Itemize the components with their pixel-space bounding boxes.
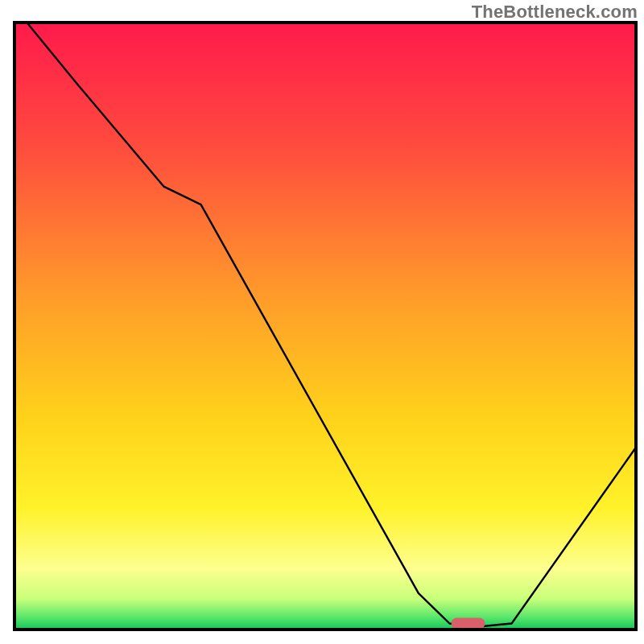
optimal-marker xyxy=(452,617,485,629)
bottleneck-chart xyxy=(0,0,644,644)
gradient-background xyxy=(14,23,636,630)
plot-area xyxy=(14,23,636,630)
chart-container: TheBottleneck.com xyxy=(0,0,644,644)
watermark-text: TheBottleneck.com xyxy=(472,2,638,23)
